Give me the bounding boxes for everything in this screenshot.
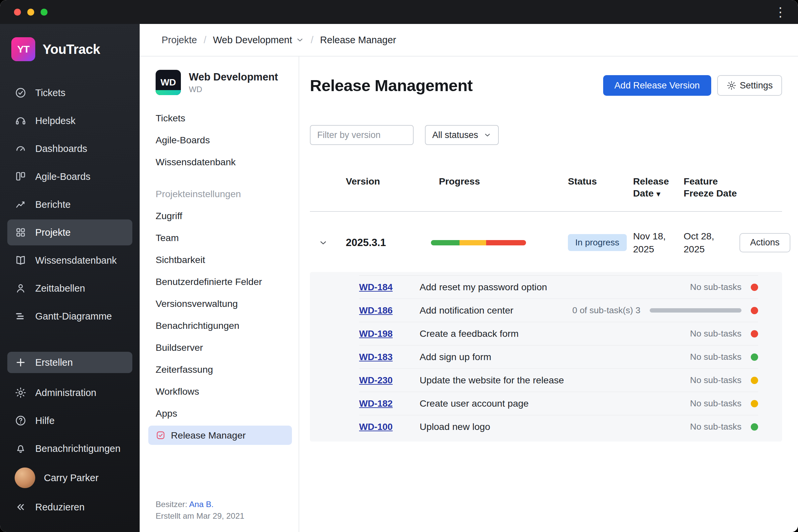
- chevron-down-icon: [296, 36, 304, 44]
- project-nav-agile-boards[interactable]: Agile-Boards: [156, 129, 287, 151]
- sort-desc-icon: ▼: [655, 190, 662, 198]
- issue-summary: Update the website for the release: [412, 375, 690, 386]
- add-release-version-button[interactable]: Add Release Version: [603, 75, 711, 96]
- issue-link[interactable]: WD-198: [359, 328, 412, 339]
- issue-link[interactable]: WD-182: [359, 398, 412, 409]
- settings-item-benutzerdefinierte-felder[interactable]: Benutzerdefinierte Felder: [156, 271, 287, 292]
- progress-segment-green: [431, 240, 459, 245]
- sidebar-item-label: Administration: [35, 387, 96, 398]
- line-chart-icon: [15, 198, 26, 210]
- sidebar-item-label: Dashboards: [35, 143, 87, 154]
- header-version: Version: [342, 175, 425, 188]
- user-menu[interactable]: Carry Parker: [7, 463, 132, 492]
- close-window-button[interactable]: [14, 8, 21, 16]
- progress-segment-red: [486, 240, 526, 245]
- issue-link[interactable]: WD-184: [359, 282, 412, 292]
- issue-link[interactable]: WD-183: [359, 352, 412, 362]
- project-avatar: WD: [156, 70, 181, 95]
- sidebar-item-label: Wissensdatenbank: [35, 255, 117, 266]
- project-key: WD: [189, 85, 278, 94]
- version-filter-input[interactable]: [310, 125, 414, 145]
- gantt-bars-icon: [15, 310, 26, 322]
- issue-link[interactable]: WD-186: [359, 305, 412, 316]
- release-progress-bar: [431, 240, 526, 245]
- settings-item-workflows[interactable]: Workflows: [156, 380, 287, 402]
- status-dot: [751, 354, 758, 361]
- sidebar-collapse[interactable]: Reduzieren: [7, 494, 132, 520]
- sidebar-item-label: Hilfe: [35, 415, 55, 426]
- sidebar-item-dashboards[interactable]: Dashboards: [7, 136, 132, 162]
- status-filter-select[interactable]: All statuses: [425, 125, 499, 145]
- status-dot: [751, 330, 758, 338]
- settings-item-zugriff[interactable]: Zugriff: [156, 205, 287, 227]
- issue-link[interactable]: WD-100: [359, 422, 412, 432]
- settings-item-release-manager[interactable]: Release Manager: [148, 425, 292, 445]
- release-row: 2025.3.1 In progress Nov 18, 2025: [310, 212, 782, 272]
- settings-button[interactable]: Settings: [717, 75, 782, 96]
- release-version: 2025.3.1: [342, 237, 425, 249]
- collapse-release-button[interactable]: [315, 235, 331, 251]
- sidebar-item-label: Berichte: [35, 199, 71, 210]
- subtask-count: No sub-tasks: [690, 375, 741, 385]
- sidebar-item-benachrichtigungen[interactable]: Benachrichtigungen: [7, 436, 132, 461]
- sidebar-item-projekte[interactable]: Projekte: [7, 220, 132, 245]
- brand-row[interactable]: YT YouTrack: [7, 24, 132, 61]
- settings-item-zeiterfassung[interactable]: Zeiterfassung: [156, 358, 287, 380]
- chevron-down-icon: [319, 238, 328, 247]
- subtask-row: WD-198 Create a feedback form No sub-tas…: [359, 322, 758, 345]
- settings-item-versionsverwaltung[interactable]: Versionsverwaltung: [156, 292, 287, 315]
- sidebar-item-helpdesk[interactable]: Helpdesk: [7, 108, 132, 134]
- kebab-menu-icon[interactable]: ⋮: [774, 6, 798, 18]
- project-settings-section-label: Projekteinstellungen: [156, 183, 287, 205]
- issue-summary: Add reset my password option: [412, 282, 690, 292]
- settings-item-sichtbarkeit[interactable]: Sichtbarkeit: [156, 249, 287, 271]
- zoom-window-button[interactable]: [41, 8, 48, 16]
- titlebar: ⋮: [0, 0, 798, 24]
- checkbox-icon: [156, 430, 166, 440]
- sidebar-item-gantt[interactable]: Gantt-Diagramme: [7, 303, 132, 329]
- owner-link[interactable]: Ana B.: [189, 500, 214, 509]
- sidebar-item-wissensdatenbank[interactable]: Wissensdatenbank: [7, 247, 132, 273]
- subtask-progress-bar: [650, 308, 741, 312]
- sidebar-item-administration[interactable]: Administration: [7, 380, 132, 406]
- book-icon: [15, 254, 26, 266]
- header-release-date[interactable]: Release Date▼: [633, 175, 684, 199]
- sidebar-item-label: Gantt-Diagramme: [35, 311, 112, 322]
- minimize-window-button[interactable]: [27, 8, 34, 16]
- chevron-down-icon: [483, 131, 491, 139]
- breadcrumb-separator: /: [204, 35, 206, 45]
- create-button[interactable]: Erstellen: [7, 352, 132, 373]
- issue-link[interactable]: WD-230: [359, 375, 412, 386]
- main-content: Release Management Add Release Version S…: [299, 57, 798, 532]
- logo-text: YT: [17, 43, 29, 55]
- sidebar-item-agile-boards[interactable]: Agile-Boards: [7, 164, 132, 190]
- actions-button[interactable]: Actions: [740, 233, 790, 252]
- subtask-count: 0 of sub-task(s) 3: [572, 305, 640, 316]
- project-nav-tickets[interactable]: Tickets: [156, 107, 287, 129]
- status-dot: [751, 400, 758, 407]
- sidebar-item-tickets[interactable]: Tickets: [7, 80, 132, 106]
- subtask-count: No sub-tasks: [690, 328, 741, 339]
- project-name: Web Development: [189, 71, 278, 83]
- settings-item-buildserver[interactable]: Buildserver: [156, 337, 287, 358]
- sidebar-item-hilfe[interactable]: Hilfe: [7, 407, 132, 434]
- sidebar-item-zeittabellen[interactable]: Zeittabellen: [7, 275, 132, 301]
- breadcrumb-project-dropdown[interactable]: Web Development: [213, 35, 304, 45]
- sidebar-item-berichte[interactable]: Berichte: [7, 191, 132, 217]
- page-title: Release Management: [310, 76, 473, 95]
- status-dot: [751, 423, 758, 431]
- sidebar-item-label: Projekte: [35, 227, 71, 238]
- plus-icon: [15, 357, 26, 368]
- subtask-row: WD-230 Update the website for the releas…: [359, 368, 758, 392]
- breadcrumb-project-label: Web Development: [213, 35, 292, 45]
- project-panel: WD Web Development WD Tickets Agile-Boar…: [140, 57, 299, 532]
- breadcrumb-projekte[interactable]: Projekte: [162, 35, 197, 45]
- settings-item-team[interactable]: Team: [156, 227, 287, 249]
- subtask-count: No sub-tasks: [690, 352, 741, 362]
- settings-item-apps[interactable]: Apps: [156, 402, 287, 424]
- subtask-panel: WD-184 Add reset my password option No s…: [310, 272, 782, 441]
- settings-item-benachrichtigungen[interactable]: Benachrichtigungen: [156, 315, 287, 337]
- user-avatar: [15, 468, 35, 488]
- project-nav-wissensdatenbank[interactable]: Wissensdatenbank: [156, 151, 287, 173]
- release-table-header: Version Progress Status Release Date▼ Fe…: [310, 175, 782, 212]
